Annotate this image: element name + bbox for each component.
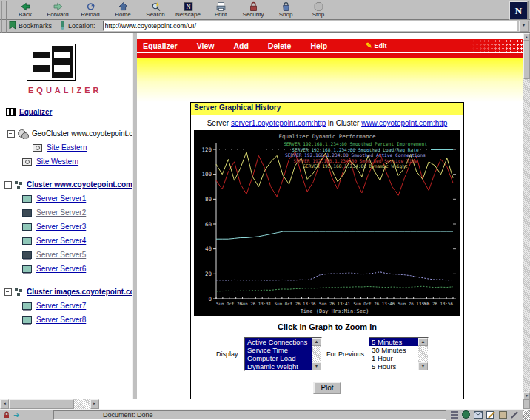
menu-equalizer[interactable]: Equalizer bbox=[143, 41, 178, 50]
plot-button[interactable]: Plot bbox=[313, 382, 341, 394]
netscape-button[interactable]: N Netscape bbox=[172, 1, 204, 18]
composer-icon[interactable] bbox=[486, 411, 495, 420]
home-button[interactable]: Home bbox=[107, 1, 139, 18]
horizontal-scrollbar-track[interactable] bbox=[74, 399, 90, 409]
window-resize-grip[interactable] bbox=[523, 410, 530, 420]
tree-link-server1[interactable]: Server Server1 bbox=[36, 194, 86, 203]
whats-related-arrow-icon[interactable]: ➔ bbox=[13, 411, 19, 419]
scroll-down-icon[interactable]: ▼ bbox=[312, 362, 321, 370]
address-bar: Bookmarks Location: ▼ bbox=[0, 20, 530, 33]
list-lines-icon[interactable] bbox=[451, 411, 458, 420]
url-dropdown-arrow[interactable]: ▼ bbox=[519, 21, 529, 32]
svg-text:Sun Oct 26 13:46: Sun Oct 26 13:46 bbox=[353, 302, 395, 306]
scroll-down-icon[interactable]: ▼ bbox=[418, 362, 428, 370]
display-list-scrollbar[interactable]: ▲ ▼ bbox=[312, 338, 321, 370]
reload-button[interactable]: Reload bbox=[74, 1, 107, 18]
print-button[interactable]: Print bbox=[204, 1, 237, 18]
tree-item-site-eastern: Site Eastern bbox=[0, 142, 132, 153]
tree-link-site-eastern[interactable]: Site Eastern bbox=[47, 143, 87, 152]
svg-text:N: N bbox=[186, 3, 190, 10]
tree-link-server3[interactable]: Server Server3 bbox=[36, 223, 86, 231]
security-status-icon[interactable] bbox=[3, 411, 10, 420]
svg-text:0: 0 bbox=[208, 296, 212, 302]
tree-link-geocluster[interactable]: GeoCluster www.coyotepoint.com bbox=[32, 129, 132, 138]
previous-option[interactable]: 5 Hours bbox=[369, 362, 418, 370]
menubar-halftone-decoration bbox=[464, 39, 523, 52]
search-button[interactable]: Search bbox=[139, 1, 172, 18]
sidebar: EQUALIZER Equalizer GeoCluster www.coyot… bbox=[0, 33, 132, 399]
tree-link-server6[interactable]: Server Server6 bbox=[36, 265, 86, 273]
scroll-down-icon[interactable]: ▼ bbox=[523, 392, 530, 399]
display-option[interactable]: Active Connections bbox=[245, 338, 312, 346]
tree-link-cluster-www[interactable]: Cluster www.coyotepoint.com:http bbox=[27, 180, 132, 189]
print-icon bbox=[215, 1, 227, 12]
search-icon bbox=[150, 1, 161, 12]
bookmark-icon bbox=[9, 21, 16, 31]
previous-listbox[interactable]: 5 Minutes 30 Minutes 1 Hour 5 Hours ▲ ▼ bbox=[369, 337, 429, 371]
tree-link-site-western[interactable]: Site Western bbox=[36, 158, 78, 166]
component-bar bbox=[446, 410, 523, 420]
menu-delete[interactable]: Delete bbox=[268, 41, 292, 50]
scroll-up-icon[interactable]: ▲ bbox=[418, 338, 428, 346]
menu-help[interactable]: Help bbox=[310, 41, 327, 50]
plot-controls: Display: Active Connections Service Time… bbox=[191, 337, 463, 371]
address-book-icon[interactable] bbox=[499, 411, 507, 420]
display-option[interactable]: Computer Load bbox=[245, 354, 312, 362]
display-listbox[interactable]: Active Connections Service Time Computer… bbox=[244, 337, 322, 371]
menu-view[interactable]: View bbox=[197, 41, 215, 50]
server-history-chart[interactable]: 020406080100120Sun Oct 26Sun 26 13:31Sun… bbox=[194, 130, 460, 316]
cluster-expand-icon[interactable] bbox=[4, 181, 12, 189]
tree-link-server4[interactable]: Server Server4 bbox=[36, 237, 86, 245]
tree-link-server5[interactable]: Server Server5 bbox=[36, 251, 86, 259]
navigator-icon[interactable] bbox=[462, 410, 470, 420]
mailbox-icon[interactable] bbox=[474, 411, 483, 420]
svg-text:80: 80 bbox=[205, 196, 212, 203]
menu-add[interactable]: Add bbox=[233, 41, 248, 50]
vertical-scrollbar[interactable]: ▲ ▼ bbox=[523, 33, 530, 399]
navigation-tree: Equalizer GeoCluster www.coyotepoint.com… bbox=[0, 106, 132, 325]
stop-button[interactable]: Stop bbox=[302, 1, 335, 18]
vertical-scrollbar-thumb[interactable] bbox=[523, 41, 530, 79]
scroll-up-icon[interactable]: ▲ bbox=[312, 338, 321, 346]
tree-link-server2[interactable]: Server Server2 bbox=[36, 209, 86, 217]
security-icon bbox=[248, 1, 259, 12]
previous-option[interactable]: 30 Minutes bbox=[369, 346, 418, 354]
previous-option[interactable]: 1 Hour bbox=[369, 354, 418, 362]
tree-link-server7[interactable]: Server Server7 bbox=[36, 302, 86, 310]
shop-button[interactable]: Shop bbox=[269, 1, 302, 18]
cluster-link[interactable]: www.coyotepoint.com:http bbox=[361, 119, 447, 127]
status-left-icons: ➔ bbox=[0, 411, 53, 420]
previous-list-scrollbar[interactable]: ▲ ▼ bbox=[418, 338, 428, 370]
tree-link-cluster-images[interactable]: Cluster images.coyotepoint.com: bbox=[27, 288, 132, 296]
tree-link-equalizer[interactable]: Equalizer bbox=[19, 108, 52, 116]
netscape-logo[interactable]: N bbox=[509, 1, 529, 21]
toolbar-grip[interactable] bbox=[1, 1, 7, 18]
url-input[interactable] bbox=[103, 21, 517, 31]
tree-link-server8[interactable]: Server Server8 bbox=[36, 316, 86, 324]
sidebar-horizontal-scrollbar[interactable]: ◄ ► bbox=[0, 399, 99, 409]
server-icon bbox=[22, 209, 32, 217]
previous-option[interactable]: 5 Minutes bbox=[369, 338, 418, 346]
svg-text:Sun Oct 26 13:36: Sun Oct 26 13:36 bbox=[275, 302, 316, 306]
pen-icon[interactable] bbox=[511, 411, 518, 420]
forward-button[interactable]: Forward bbox=[41, 1, 74, 18]
scroll-left-icon[interactable]: ◄ bbox=[0, 399, 9, 409]
server-icon bbox=[22, 223, 32, 231]
menu-edit[interactable]: ✎ Edit bbox=[366, 41, 386, 50]
cluster-expand-icon[interactable] bbox=[4, 288, 12, 296]
display-option[interactable]: Service Time bbox=[245, 346, 312, 354]
geocluster-expand-icon[interactable] bbox=[7, 130, 15, 138]
security-button[interactable]: Security bbox=[237, 1, 269, 18]
site-icon bbox=[33, 144, 42, 152]
back-button[interactable]: Back bbox=[9, 1, 41, 18]
addressbar-grip[interactable] bbox=[1, 18, 7, 34]
site-icon bbox=[22, 158, 32, 166]
horizontal-scrollbar-thumb[interactable] bbox=[9, 399, 74, 409]
edit-label: Edit bbox=[375, 42, 387, 50]
bookmarks-chip[interactable]: Bookmarks bbox=[9, 21, 52, 31]
display-option[interactable]: Dynamic Weight bbox=[245, 362, 312, 370]
scroll-right-icon[interactable]: ► bbox=[90, 399, 99, 409]
scroll-up-icon[interactable]: ▲ bbox=[523, 33, 530, 41]
shop-icon bbox=[281, 1, 292, 12]
server-link[interactable]: server1.coyotepoint.com:http bbox=[231, 119, 326, 127]
